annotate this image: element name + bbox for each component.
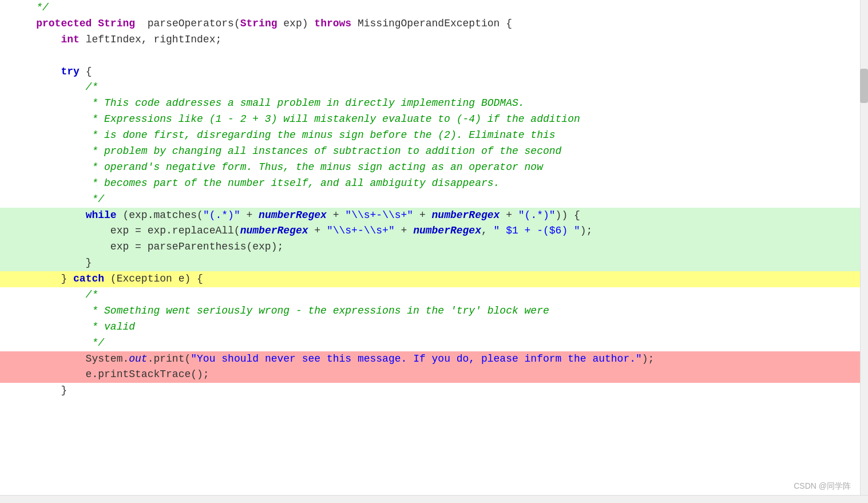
line-comment2-l1: * Something went seriously wrong - the e…: [0, 303, 868, 319]
line-while: while (exp.matches("(.*)" + numberRegex …: [0, 208, 868, 224]
line-comment-l1: * This code addresses a small problem in…: [0, 96, 868, 112]
line-comment-l4: * problem by changing all instances of s…: [0, 144, 868, 160]
line-outer-close: }: [0, 383, 868, 399]
line-exp-parse: exp = parseParenthesis(exp);: [0, 239, 868, 255]
line-comment-close: */: [0, 192, 868, 208]
line-comment-l5: * operand's negative form. Thus, the min…: [0, 160, 868, 176]
line-while-close: }: [0, 255, 868, 271]
line-stack-trace: e.printStackTrace();: [0, 367, 868, 383]
line-comment-end: */: [0, 0, 868, 16]
line-comment2-open: /*: [0, 287, 868, 303]
line-comment-open: /*: [0, 80, 868, 96]
line-comment2-close: */: [0, 335, 868, 351]
line-system-print: System.out.print("You should never see t…: [0, 351, 868, 367]
line-int-decl: int leftIndex, rightIndex;: [0, 32, 868, 48]
line-comment2-l2: * valid: [0, 319, 868, 335]
line-try: try {: [0, 64, 868, 80]
line-exp-replace: exp = exp.replaceAll(numberRegex + "\\s+…: [0, 223, 868, 239]
line-method-sig: protected String parseOperators(String e…: [0, 16, 868, 32]
scrollbar-horizontal[interactable]: [0, 495, 868, 503]
line-catch: } catch (Exception e) {: [0, 271, 868, 287]
code-editor: */ protected String parseOperators(Strin…: [0, 0, 868, 503]
line-comment-l6: * becomes part of the number itself, and…: [0, 176, 868, 192]
scrollbar-thumb[interactable]: [860, 69, 868, 103]
watermark: CSDN @同学阵: [794, 480, 851, 493]
line-blank1: [0, 48, 868, 64]
scrollbar-vertical[interactable]: [860, 0, 868, 503]
line-comment-l2: * Expressions like (1 - 2 + 3) will mist…: [0, 112, 868, 128]
line-comment-l3: * is done first, disregarding the minus …: [0, 128, 868, 144]
